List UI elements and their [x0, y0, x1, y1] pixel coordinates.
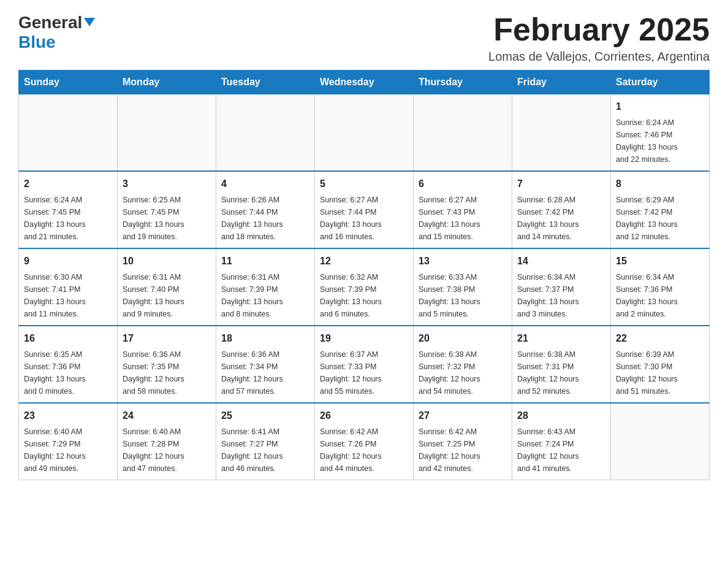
day-number: 11	[221, 254, 309, 269]
day-info: Sunrise: 6:40 AMSunset: 7:29 PMDaylight:…	[24, 426, 112, 475]
calendar-day-cell: 23Sunrise: 6:40 AMSunset: 7:29 PMDayligh…	[19, 403, 118, 480]
day-info: Sunrise: 6:24 AMSunset: 7:45 PMDaylight:…	[24, 194, 112, 243]
calendar-week-row: 2Sunrise: 6:24 AMSunset: 7:45 PMDaylight…	[19, 171, 710, 248]
calendar-day-cell: 4Sunrise: 6:26 AMSunset: 7:44 PMDaylight…	[216, 171, 315, 248]
day-info: Sunrise: 6:34 AMSunset: 7:36 PMDaylight:…	[616, 271, 704, 320]
day-number: 21	[517, 331, 605, 346]
calendar-day-cell: 12Sunrise: 6:32 AMSunset: 7:39 PMDayligh…	[315, 248, 414, 326]
calendar-week-row: 1Sunrise: 6:24 AMSunset: 7:46 PMDaylight…	[19, 94, 710, 172]
day-info: Sunrise: 6:34 AMSunset: 7:37 PMDaylight:…	[517, 271, 605, 320]
day-number: 19	[320, 331, 408, 346]
calendar-week-row: 9Sunrise: 6:30 AMSunset: 7:41 PMDaylight…	[19, 248, 710, 326]
day-number: 10	[123, 254, 211, 269]
month-title: February 2025	[488, 12, 710, 47]
day-info: Sunrise: 6:42 AMSunset: 7:26 PMDaylight:…	[320, 426, 408, 475]
calendar-day-cell: 5Sunrise: 6:27 AMSunset: 7:44 PMDaylight…	[315, 171, 414, 248]
day-info: Sunrise: 6:28 AMSunset: 7:42 PMDaylight:…	[517, 194, 605, 243]
day-number: 8	[616, 177, 704, 191]
day-number: 27	[419, 408, 507, 423]
calendar-day-cell	[118, 94, 216, 172]
day-info: Sunrise: 6:25 AMSunset: 7:45 PMDaylight:…	[123, 194, 211, 243]
day-info: Sunrise: 6:27 AMSunset: 7:44 PMDaylight:…	[320, 194, 408, 243]
calendar-day-cell	[216, 94, 315, 172]
day-info: Sunrise: 6:35 AMSunset: 7:36 PMDaylight:…	[24, 348, 112, 397]
day-info: Sunrise: 6:40 AMSunset: 7:28 PMDaylight:…	[123, 426, 211, 475]
day-number: 6	[419, 177, 507, 191]
weekday-header-friday: Friday	[512, 71, 611, 94]
weekday-header-row: SundayMondayTuesdayWednesdayThursdayFrid…	[19, 71, 710, 94]
day-number: 5	[320, 177, 408, 191]
day-number: 3	[123, 177, 211, 191]
calendar-day-cell: 6Sunrise: 6:27 AMSunset: 7:43 PMDaylight…	[414, 171, 512, 248]
day-number: 4	[221, 177, 309, 191]
calendar-week-row: 16Sunrise: 6:35 AMSunset: 7:36 PMDayligh…	[19, 326, 710, 403]
calendar-day-cell: 1Sunrise: 6:24 AMSunset: 7:46 PMDaylight…	[611, 94, 710, 172]
weekday-header-sunday: Sunday	[19, 71, 118, 94]
day-number: 28	[517, 408, 605, 423]
day-info: Sunrise: 6:41 AMSunset: 7:27 PMDaylight:…	[221, 426, 309, 475]
calendar-day-cell	[512, 94, 611, 172]
day-number: 26	[320, 408, 408, 423]
calendar-day-cell: 13Sunrise: 6:33 AMSunset: 7:38 PMDayligh…	[414, 248, 512, 326]
logo: General Blue	[18, 12, 95, 52]
weekday-header-thursday: Thursday	[414, 71, 512, 94]
calendar-day-cell: 11Sunrise: 6:31 AMSunset: 7:39 PMDayligh…	[216, 248, 315, 326]
day-info: Sunrise: 6:42 AMSunset: 7:25 PMDaylight:…	[419, 426, 507, 475]
day-info: Sunrise: 6:39 AMSunset: 7:30 PMDaylight:…	[616, 348, 704, 397]
calendar-table: SundayMondayTuesdayWednesdayThursdayFrid…	[18, 70, 710, 480]
weekday-header-saturday: Saturday	[611, 71, 710, 94]
day-number: 22	[616, 331, 704, 346]
calendar-day-cell: 24Sunrise: 6:40 AMSunset: 7:28 PMDayligh…	[118, 403, 216, 480]
calendar-day-cell: 17Sunrise: 6:36 AMSunset: 7:35 PMDayligh…	[118, 326, 216, 403]
day-info: Sunrise: 6:24 AMSunset: 7:46 PMDaylight:…	[616, 117, 704, 166]
weekday-header-wednesday: Wednesday	[315, 71, 414, 94]
calendar-day-cell: 3Sunrise: 6:25 AMSunset: 7:45 PMDaylight…	[118, 171, 216, 248]
day-info: Sunrise: 6:43 AMSunset: 7:24 PMDaylight:…	[517, 426, 605, 475]
day-number: 17	[123, 331, 211, 346]
day-info: Sunrise: 6:37 AMSunset: 7:33 PMDaylight:…	[320, 348, 408, 397]
day-info: Sunrise: 6:27 AMSunset: 7:43 PMDaylight:…	[419, 194, 507, 243]
calendar-day-cell: 10Sunrise: 6:31 AMSunset: 7:40 PMDayligh…	[118, 248, 216, 326]
calendar-day-cell: 25Sunrise: 6:41 AMSunset: 7:27 PMDayligh…	[216, 403, 315, 480]
day-number: 14	[517, 254, 605, 269]
weekday-header-monday: Monday	[118, 71, 216, 94]
day-number: 23	[24, 408, 112, 423]
day-info: Sunrise: 6:29 AMSunset: 7:42 PMDaylight:…	[616, 194, 704, 243]
calendar-day-cell	[414, 94, 512, 172]
logo-blue-text: Blue	[18, 32, 56, 53]
calendar-day-cell: 14Sunrise: 6:34 AMSunset: 7:37 PMDayligh…	[512, 248, 611, 326]
calendar-day-cell: 8Sunrise: 6:29 AMSunset: 7:42 PMDaylight…	[611, 171, 710, 248]
page-header: General Blue February 2025 Lomas de Vall…	[18, 12, 710, 64]
title-section: February 2025 Lomas de Vallejos, Corrien…	[488, 12, 710, 64]
day-number: 12	[320, 254, 408, 269]
calendar-day-cell: 21Sunrise: 6:38 AMSunset: 7:31 PMDayligh…	[512, 326, 611, 403]
calendar-day-cell	[19, 94, 118, 172]
day-info: Sunrise: 6:36 AMSunset: 7:35 PMDaylight:…	[123, 348, 211, 397]
day-info: Sunrise: 6:31 AMSunset: 7:39 PMDaylight:…	[221, 271, 309, 320]
calendar-day-cell: 27Sunrise: 6:42 AMSunset: 7:25 PMDayligh…	[414, 403, 512, 480]
day-number: 25	[221, 408, 309, 423]
day-number: 20	[419, 331, 507, 346]
day-number: 7	[517, 177, 605, 191]
day-info: Sunrise: 6:32 AMSunset: 7:39 PMDaylight:…	[320, 271, 408, 320]
day-number: 9	[24, 254, 112, 269]
day-number: 15	[616, 254, 704, 269]
calendar-week-row: 23Sunrise: 6:40 AMSunset: 7:29 PMDayligh…	[19, 403, 710, 480]
calendar-day-cell: 15Sunrise: 6:34 AMSunset: 7:36 PMDayligh…	[611, 248, 710, 326]
day-number: 24	[123, 408, 211, 423]
day-number: 2	[24, 177, 112, 191]
calendar-day-cell: 16Sunrise: 6:35 AMSunset: 7:36 PMDayligh…	[19, 326, 118, 403]
calendar-day-cell: 20Sunrise: 6:38 AMSunset: 7:32 PMDayligh…	[414, 326, 512, 403]
calendar-day-cell: 26Sunrise: 6:42 AMSunset: 7:26 PMDayligh…	[315, 403, 414, 480]
calendar-day-cell: 19Sunrise: 6:37 AMSunset: 7:33 PMDayligh…	[315, 326, 414, 403]
day-number: 18	[221, 331, 309, 346]
day-info: Sunrise: 6:30 AMSunset: 7:41 PMDaylight:…	[24, 271, 112, 320]
calendar-day-cell: 22Sunrise: 6:39 AMSunset: 7:30 PMDayligh…	[611, 326, 710, 403]
day-info: Sunrise: 6:31 AMSunset: 7:40 PMDaylight:…	[123, 271, 211, 320]
day-info: Sunrise: 6:38 AMSunset: 7:32 PMDaylight:…	[419, 348, 507, 397]
location: Lomas de Vallejos, Corrientes, Argentina	[488, 50, 710, 64]
calendar-day-cell: 28Sunrise: 6:43 AMSunset: 7:24 PMDayligh…	[512, 403, 611, 480]
day-info: Sunrise: 6:38 AMSunset: 7:31 PMDaylight:…	[517, 348, 605, 397]
logo-text: General	[18, 12, 95, 33]
calendar-day-cell: 7Sunrise: 6:28 AMSunset: 7:42 PMDaylight…	[512, 171, 611, 248]
